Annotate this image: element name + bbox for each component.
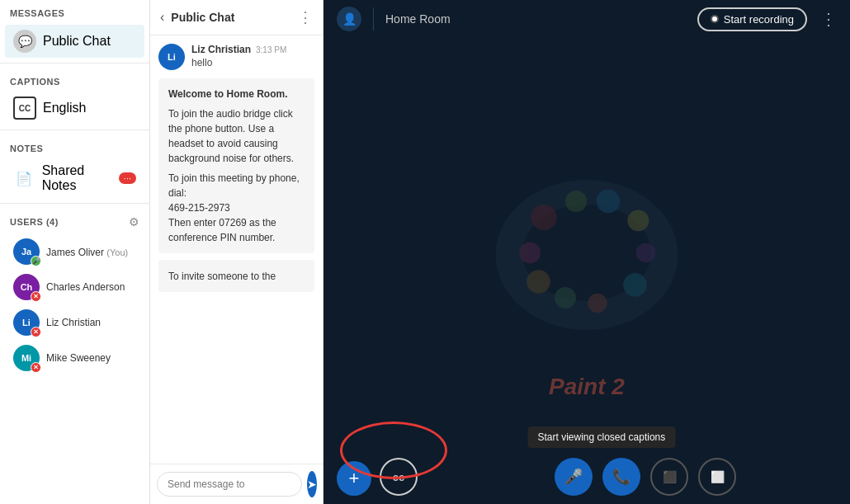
- chat-more-button[interactable]: ⋮: [298, 8, 313, 26]
- user-you-label: (You): [106, 247, 128, 257]
- closed-captions-button[interactable]: cc: [380, 458, 418, 496]
- notes-badge: ···: [119, 172, 136, 184]
- chat-input-row: ➤: [150, 464, 323, 504]
- video-panel: 👤 Home Room Start recording ⋮ Paint 2: [323, 0, 850, 504]
- user-item[interactable]: Ch ✕ Charles Anderson: [5, 270, 144, 304]
- phone-icon: 📞: [612, 468, 630, 486]
- message-row: Li Liz Christian 3:13 PM hello: [158, 44, 314, 70]
- chat-panel: ‹ Public Chat ⋮ Li Liz Christian 3:13 PM…: [150, 0, 323, 504]
- user-name: Mike Sweeney: [46, 352, 111, 364]
- welcome-box: Welcome to Home Room. To join the audio …: [158, 78, 314, 253]
- svg-point-2: [531, 204, 556, 229]
- phone-button[interactable]: 📞: [602, 458, 640, 496]
- public-chat-item[interactable]: 💬 Public Chat: [5, 25, 144, 58]
- user-status-icon: ✕: [31, 327, 41, 337]
- notes-header: NOTES: [0, 137, 149, 157]
- message-text: hello: [191, 57, 286, 68]
- svg-point-6: [636, 243, 655, 261]
- send-button[interactable]: ➤: [307, 471, 317, 497]
- user-name: Liz Christian: [46, 317, 101, 328]
- captions-english-label: English: [43, 101, 86, 115]
- message-avatar: Li: [158, 44, 185, 70]
- user-icon: 👤: [337, 7, 361, 31]
- video-content: Paint 2: [323, 38, 850, 450]
- video-toolbar: Start viewing closed captions + cc 🎤 📞 ⬛…: [323, 450, 850, 504]
- chat-title: Public Chat: [171, 11, 298, 24]
- svg-point-4: [597, 189, 621, 213]
- users-header-label: USERS (4): [10, 217, 129, 227]
- divider: [373, 7, 374, 31]
- chat-messages: Li Liz Christian 3:13 PM hello Welcome t…: [150, 35, 323, 464]
- video-topbar: 👤 Home Room Start recording ⋮: [323, 0, 850, 38]
- chat-header: ‹ Public Chat ⋮: [150, 0, 323, 35]
- avatar: Ja 🎤: [13, 238, 40, 265]
- send-icon: ➤: [307, 478, 317, 491]
- messages-header: MESSAGES: [0, 0, 149, 23]
- svg-point-8: [588, 293, 607, 312]
- welcome-body1: To join the audio bridge click the phone…: [168, 106, 305, 166]
- camera-icon: ⬜: [711, 470, 725, 483]
- start-recording-button[interactable]: Start recording: [697, 7, 807, 31]
- chat-input[interactable]: [157, 472, 302, 497]
- user-name: Charles Anderson: [46, 281, 125, 293]
- message-author: Liz Christian: [191, 44, 251, 55]
- svg-point-3: [565, 191, 587, 212]
- message-content: Liz Christian 3:13 PM hello: [191, 44, 286, 70]
- palette-watermark: [479, 137, 694, 351]
- paint-label: Paint 2: [549, 374, 625, 400]
- users-section: USERS (4) ⚙ Ja 🎤 James Oliver (You) Ch ✕…: [0, 210, 149, 504]
- public-chat-label: Public Chat: [43, 34, 111, 49]
- invite-text: To invite someone to the: [168, 271, 276, 282]
- svg-point-7: [623, 273, 647, 297]
- welcome-title: Welcome to Home Room.: [168, 88, 287, 100]
- camera-button[interactable]: ⬜: [698, 458, 736, 496]
- mic-icon: 🎤: [564, 468, 583, 486]
- svg-point-10: [527, 270, 550, 294]
- avatar: Li ✕: [13, 309, 40, 336]
- chat-icon: 💬: [13, 30, 36, 53]
- invite-box: To invite someone to the: [158, 260, 314, 292]
- screen-share-icon: ⬛: [663, 470, 677, 483]
- svg-point-9: [555, 287, 576, 309]
- captions-english-item[interactable]: CC English: [5, 92, 144, 125]
- user-name-row: James Oliver (You): [46, 244, 128, 259]
- microphone-button[interactable]: 🎤: [555, 458, 593, 496]
- sidebar: MESSAGES 💬 Public Chat CAPTIONS CC Engli…: [0, 0, 150, 504]
- user-name: James Oliver: [46, 247, 106, 258]
- screen-share-button[interactable]: ⬛: [650, 458, 688, 496]
- video-more-button[interactable]: ⋮: [820, 9, 837, 29]
- captions-header: CAPTIONS: [0, 70, 149, 90]
- user-item[interactable]: Ja 🎤 James Oliver (You): [5, 234, 144, 269]
- message-time: 3:13 PM: [256, 45, 286, 54]
- start-recording-label: Start recording: [724, 13, 794, 26]
- shared-notes-label: Shared Notes: [42, 163, 119, 193]
- user-status-icon: ✕: [31, 362, 41, 373]
- plus-icon: +: [349, 468, 360, 489]
- user-item[interactable]: Li ✕ Liz Christian: [5, 305, 144, 340]
- svg-point-5: [627, 210, 649, 231]
- avatar: Ch ✕: [13, 274, 40, 300]
- welcome-body2: To join this meeting by phone, dial: 469…: [168, 171, 305, 245]
- svg-point-11: [519, 242, 541, 263]
- user-status-icon: 🎤: [31, 256, 41, 266]
- user-item[interactable]: Mi ✕ Mike Sweeney: [5, 341, 144, 375]
- cc-button-label: cc: [393, 471, 404, 483]
- users-header-row: USERS (4) ⚙: [0, 210, 149, 233]
- back-button[interactable]: ‹: [160, 10, 164, 25]
- captions-section: CAPTIONS CC English: [0, 70, 149, 126]
- user-status-icon: ✕: [31, 291, 41, 302]
- notes-icon: 📄: [13, 167, 35, 190]
- plus-button[interactable]: +: [337, 461, 371, 496]
- room-label: Home Room: [385, 12, 697, 26]
- gear-icon[interactable]: ⚙: [129, 215, 139, 228]
- shared-notes-item[interactable]: 📄 Shared Notes ···: [5, 158, 144, 198]
- avatar: Mi ✕: [13, 345, 40, 371]
- notes-section: NOTES 📄 Shared Notes ···: [0, 137, 149, 200]
- recording-dot: [711, 15, 719, 23]
- messages-label: MESSAGES: [10, 8, 64, 18]
- cc-icon: CC: [13, 97, 36, 120]
